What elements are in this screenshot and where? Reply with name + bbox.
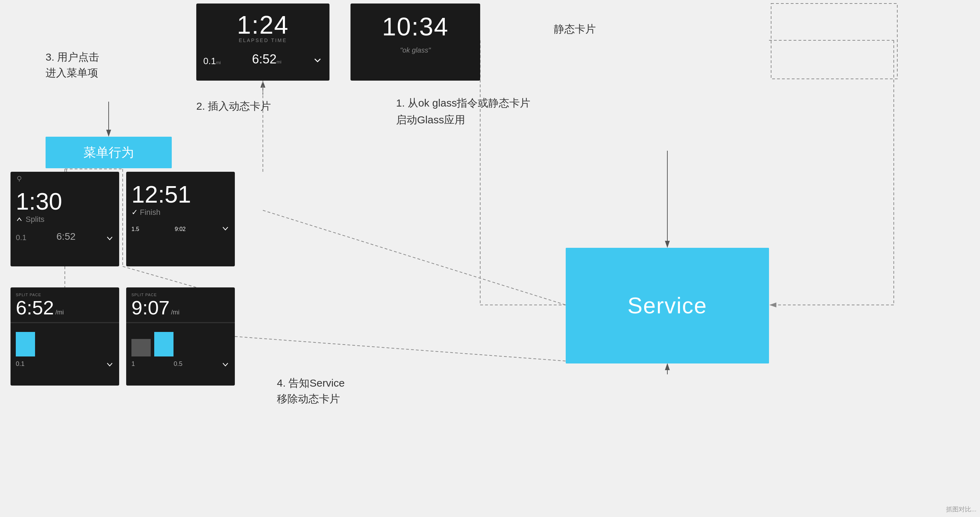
chevron-icon [313, 56, 323, 65]
svg-rect-16 [771, 3, 897, 79]
finish-time: 12:51 [126, 172, 235, 208]
bar-gray-2 [131, 339, 151, 356]
pace1-bottom-val: 0.1 [16, 360, 24, 368]
pace2-bottom-right: 0.5 [173, 360, 182, 368]
annotation-step3: 3. 用户点击 进入菜单项 [46, 49, 99, 81]
okglass-time: 10:34 [350, 3, 480, 41]
svg-line-20 [235, 337, 566, 361]
finish-bottom-left: 1.5 [131, 226, 139, 232]
pace2-chevron [221, 360, 229, 368]
static-card-label: 静态卡片 [554, 21, 596, 37]
pace2-bottom-left: 1 [131, 360, 135, 368]
watermark: 抓图对比... [946, 505, 977, 514]
pace-left-val: 0.1 [203, 56, 216, 66]
pace2-unit: /mi [171, 309, 180, 316]
finish-bottom-right: 9:02 [175, 226, 186, 232]
checkmark-icon: ✓ [131, 208, 138, 217]
pace1-time: 6:52 [16, 297, 54, 319]
finish-chevron [221, 224, 229, 232]
finish-label: Finish [140, 208, 161, 217]
card-pace2: SPLIT PACE 9:07 /mi 1 0.5 [126, 288, 235, 385]
annotation-step4: 4. 告知Service 移除动态卡片 [277, 375, 345, 407]
splits-subtitle: Splits [11, 215, 119, 224]
pace-right-val: 6:52 [252, 52, 277, 66]
diagram-container: 1:24 ELAPSED TIME 0.1mi 6:52mi 10:34 "ok… [0, 0, 980, 517]
card-okglass: 10:34 "ok glass" [350, 3, 480, 81]
service-box: Service [566, 248, 769, 363]
menu-action-box: 菜单行为 [46, 137, 172, 168]
splits-icon [16, 216, 23, 223]
annotation-step2: 2. 插入动态卡片 [196, 98, 271, 114]
pace-left-unit: mi [216, 60, 221, 65]
svg-point-22 [18, 176, 21, 180]
okglass-text: "ok glass" [350, 46, 480, 54]
splits-bottom-left: 0.1 [16, 233, 27, 242]
menu-action-label: 菜单行为 [83, 144, 134, 161]
elapsed-time-label: ELAPSED TIME [196, 38, 329, 43]
finish-subtitle: ✓ Finish [126, 208, 235, 217]
splits-chevron [105, 234, 114, 242]
pace2-time: 9:07 [131, 297, 170, 319]
pace1-unit: /mi [56, 309, 64, 316]
card-pace1: SPLIT PACE 6:52 /mi 0.1 [11, 288, 119, 385]
elapsed-time-value: 1:24 [196, 3, 329, 39]
pace-right-unit: mi [277, 59, 282, 65]
card-splits: 1:30 Splits 0.1 6:52 [11, 172, 119, 266]
splits-time: 1:30 [11, 182, 119, 215]
pace1-chevron [105, 360, 114, 368]
splits-bottom-right: 6:52 [56, 231, 76, 242]
service-label: Service [627, 293, 707, 319]
annotation-step1: 1. 从ok glass指令或静态卡片 启动Glass应用 [396, 95, 530, 128]
bar-blue-1 [16, 332, 35, 356]
svg-line-7 [123, 266, 196, 288]
bar-blue-2 [154, 332, 173, 356]
svg-line-11 [263, 210, 566, 305]
splits-label: Splits [25, 215, 45, 224]
card-finish: 12:51 ✓ Finish 1.5 9:02 [126, 172, 235, 266]
location-icon [16, 175, 23, 182]
card-elapsed: 1:24 ELAPSED TIME 0.1mi 6:52mi [196, 3, 329, 81]
